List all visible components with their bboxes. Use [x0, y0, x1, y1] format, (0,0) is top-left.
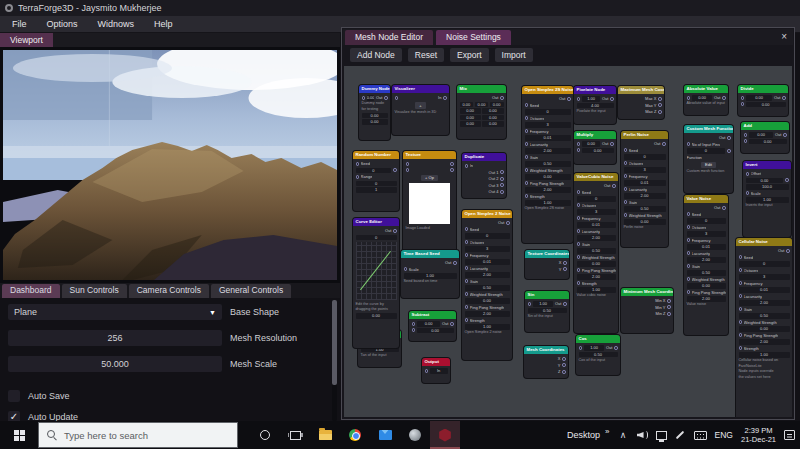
port[interactable]: [525, 181, 529, 185]
port[interactable]: [450, 322, 454, 326]
pen-icon[interactable]: [675, 434, 686, 436]
node-minimum-mesh-coordinates[interactable]: Minimum Mesh CoordinatesMin XMin YMin Z: [621, 288, 673, 333]
port[interactable]: [577, 148, 581, 152]
value-field[interactable]: 2.00: [525, 187, 571, 193]
node-open-simplex-2s-noise[interactable]: Open Simplex 2S NoiseOutSeed0Octaves3Fre…: [522, 86, 573, 243]
node-header-custom-mesh-function[interactable]: Custom Mesh Function: [684, 125, 733, 133]
value-field[interactable]: 0.50: [687, 270, 726, 276]
value-field[interactable]: 0: [465, 233, 510, 239]
value-field[interactable]: 0.00: [525, 174, 571, 180]
port[interactable]: [741, 102, 745, 106]
node-header-divide[interactable]: Divide: [738, 85, 788, 93]
node-dummy-node[interactable]: Dummy Node0.00OutDummy nodefor testing0.…: [359, 85, 390, 140]
port[interactable]: [687, 290, 691, 294]
port[interactable]: [500, 177, 504, 181]
node-mesh-coordinates[interactable]: Mesh CoordinatesXYZ: [524, 346, 568, 378]
port[interactable]: [577, 229, 581, 233]
node-random-number[interactable]: Random NumberSeed0Range01: [353, 151, 399, 211]
value-field[interactable]: 4.00: [577, 103, 614, 109]
value-field[interactable]: 0.00: [417, 328, 454, 334]
value-field[interactable]: 2.00: [577, 274, 616, 280]
node-header-minimum-mesh-coordinates[interactable]: Minimum Mesh Coordinates: [621, 288, 673, 296]
value-field[interactable]: 0.00: [482, 115, 503, 121]
port[interactable]: [687, 212, 691, 216]
value-field[interactable]: 2.00: [687, 257, 726, 263]
reset-button[interactable]: Reset: [408, 48, 444, 62]
port[interactable]: [506, 221, 510, 225]
value-field[interactable]: 0.50: [739, 313, 790, 319]
node-curve-editor[interactable]: Curve EditorOut0Edit the curve bydraggin…: [353, 218, 399, 348]
node-value-cubic-noise[interactable]: ValueCubic NoiseOutSeed0Octaves3Frequenc…: [574, 173, 618, 333]
port[interactable]: [500, 96, 504, 100]
node-header-time-based-seed[interactable]: Time Based Seed: [401, 250, 459, 258]
mail-button[interactable]: [370, 421, 400, 449]
port[interactable]: [500, 190, 504, 194]
close-icon[interactable]: ×: [776, 29, 792, 44]
port[interactable]: [624, 148, 628, 152]
port[interactable]: [782, 96, 786, 100]
port[interactable]: [786, 249, 790, 253]
value-field[interactable]: 0.00: [490, 102, 504, 108]
port[interactable]: [610, 97, 614, 101]
value-field[interactable]: 0: [624, 154, 666, 160]
port[interactable]: [450, 168, 454, 172]
port[interactable]: [739, 281, 743, 285]
port[interactable]: [687, 225, 691, 229]
node-output[interactable]: OutputIn: [422, 358, 450, 383]
value-field[interactable]: 0: [525, 109, 571, 115]
node-header-texture[interactable]: Texture: [403, 151, 456, 159]
node-sin[interactable]: Sin1.00Out0.50Sin of the input: [525, 291, 569, 332]
port[interactable]: [562, 357, 566, 361]
value-field[interactable]: 2.00: [624, 193, 666, 199]
value-field[interactable]: 3: [525, 122, 571, 128]
port[interactable]: [739, 255, 743, 259]
clock[interactable]: 2:39 PM 21-Dec-21: [741, 426, 776, 444]
port[interactable]: [610, 142, 614, 146]
value-field[interactable]: 0: [356, 235, 397, 241]
port[interactable]: [658, 97, 662, 101]
value-field[interactable]: 0.00: [460, 115, 481, 121]
desktop-toolbar-label[interactable]: Desktop: [567, 430, 600, 440]
value-field[interactable]: 0.01: [465, 259, 510, 265]
port[interactable]: [687, 96, 691, 100]
node-mix[interactable]: MixOut0.000.000.000.000.000.000.000.000.…: [457, 85, 506, 139]
node-header-open-simplex-2-noise[interactable]: Open Simplex 2 Noise: [462, 210, 512, 218]
value-field[interactable]: 3: [624, 167, 666, 173]
value-field[interactable]: 0.50: [525, 161, 571, 167]
node-canvas[interactable]: Dummy Node0.00OutDummy nodefor testing0.…: [344, 66, 792, 417]
node-button[interactable]: + Op: [421, 175, 438, 182]
port[interactable]: [624, 174, 628, 178]
node-header-cellular-noise[interactable]: Cellular Noise: [736, 238, 792, 246]
node-add[interactable]: Add0.00Out0.00: [741, 122, 789, 153]
node-header-curve-editor[interactable]: Curve Editor: [353, 218, 399, 226]
port[interactable]: [412, 322, 416, 326]
port[interactable]: [563, 261, 567, 265]
value-field[interactable]: 0.00: [749, 132, 774, 138]
port[interactable]: [727, 136, 731, 140]
port[interactable]: [525, 116, 529, 120]
node-visualizer[interactable]: VisualizerIn+Visualize the mesh in 3D: [392, 85, 449, 135]
value-field[interactable]: 0.00: [362, 119, 388, 125]
value-field[interactable]: 0.00: [475, 102, 489, 108]
node-value-noise[interactable]: Value NoiseOutSeed0Octaves3Frequency0.01…: [684, 195, 728, 335]
node-header-value-cubic-noise[interactable]: ValueCubic Noise: [574, 173, 618, 181]
value-field[interactable]: 0.50: [577, 248, 616, 254]
port[interactable]: [465, 318, 469, 322]
import-button[interactable]: Import: [495, 48, 533, 62]
value-field[interactable]: 1.00: [582, 96, 601, 102]
menu-item-widnows[interactable]: Widnows: [90, 18, 143, 30]
value-field[interactable]: 2.00: [739, 300, 790, 306]
port[interactable]: [722, 96, 726, 100]
value-field[interactable]: 0.01: [577, 222, 616, 228]
port[interactable]: [577, 203, 581, 207]
node-multiply[interactable]: Multiply0.00Out0.00: [574, 131, 616, 164]
value-field[interactable]: 2.00: [739, 339, 790, 345]
value-field[interactable]: 0.00: [417, 321, 441, 327]
node-custom-mesh-function[interactable]: Custom Mesh FunctionOutNo of Input Pins0…: [684, 125, 733, 193]
value-field[interactable]: 2.00: [577, 235, 616, 241]
start-button[interactable]: [0, 421, 38, 449]
port[interactable]: [465, 305, 469, 309]
value-field[interactable]: 0.01: [525, 135, 571, 141]
tab-sun-controls[interactable]: Sun Controls: [62, 284, 127, 298]
export-button[interactable]: Export: [450, 48, 489, 62]
